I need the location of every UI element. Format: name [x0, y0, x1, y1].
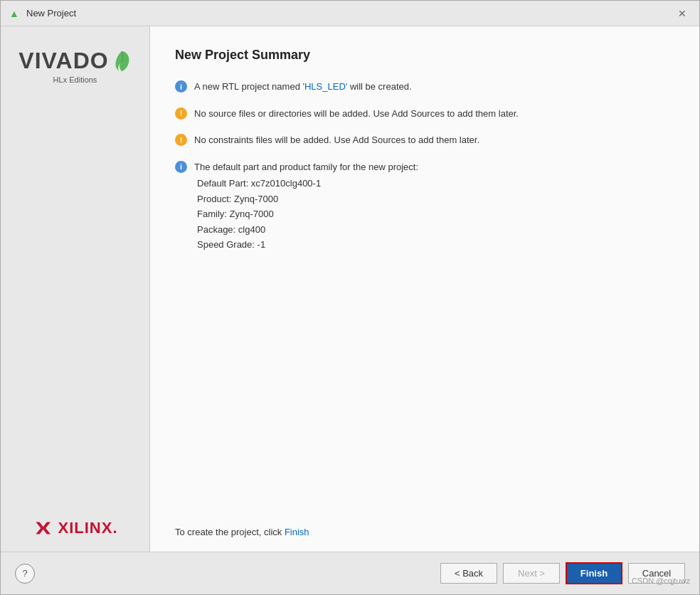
vivado-brand: VIVADO — [18, 48, 131, 74]
part-details: Default Part: xc7z010clg400-1 Product: Z… — [194, 177, 418, 252]
help-button[interactable]: ? — [15, 564, 35, 584]
summary-text-2: No source files or directories will be a… — [194, 107, 519, 121]
detail-speed-grade: Speed Grade: -1 — [194, 238, 418, 252]
vivado-logo: VIVADO HLx Editions — [18, 48, 131, 84]
dialog-body: VIVADO HLx Editions XILINX. — [1, 26, 699, 552]
summary-text-3: No constraints files will be added. Use … — [194, 133, 479, 147]
warning-icon-1: ! — [175, 107, 187, 120]
summary-text-4: The default part and product family for … — [194, 160, 418, 252]
summary-item-1: i A new RTL project named 'HLS_LED' will… — [175, 80, 674, 94]
vivado-subtitle: HLx Editions — [53, 75, 97, 84]
finish-button[interactable]: Finish — [566, 562, 622, 584]
app-icon: ▲ — [9, 8, 21, 19]
page-title: New Project Summary — [175, 48, 674, 63]
summary-item-4: i The default part and product family fo… — [175, 160, 674, 252]
detail-family: Family: Zynq-7000 — [194, 207, 418, 221]
detail-default-part: Default Part: xc7z010clg400-1 — [194, 177, 418, 191]
summary-items: i A new RTL project named 'HLS_LED' will… — [175, 80, 674, 512]
dialog-title: New Project — [26, 8, 76, 19]
info-icon-1: i — [175, 80, 187, 93]
summary-text-1: A new RTL project named 'HLS_LED' will b… — [194, 80, 412, 94]
sidebar: VIVADO HLx Editions XILINX. — [1, 26, 150, 552]
info-icon-2: i — [175, 161, 187, 173]
part-intro: The default part and product family for … — [194, 160, 418, 174]
close-button[interactable]: ✕ — [674, 6, 691, 21]
back-button[interactable]: < Back — [440, 563, 497, 584]
new-project-dialog: ▲ New Project ✕ VIVADO HLx Editions — [0, 0, 700, 595]
sidebar-logo-area: VIVADO HLx Editions — [18, 48, 131, 84]
xilinx-icon — [32, 520, 52, 537]
summary-item-3: ! No constraints files will be added. Us… — [175, 133, 674, 147]
xilinx-brand: XILINX. — [58, 519, 117, 537]
main-content: New Project Summary i A new RTL project … — [150, 26, 699, 552]
detail-product: Product: Zynq-7000 — [194, 192, 418, 206]
footer-message: To create the project, click Finish — [175, 512, 674, 537]
title-bar: ▲ New Project ✕ — [1, 1, 699, 26]
detail-package: Package: clg400 — [194, 223, 418, 237]
project-name-highlight: 'HLS_LED' — [302, 81, 347, 92]
vivado-leaf-icon — [112, 50, 132, 73]
vivado-name: VIVADO — [18, 48, 108, 74]
next-button[interactable]: Next > — [503, 563, 560, 584]
watermark: CSDN @cqjtuwz — [632, 576, 690, 585]
footer-text: To create the project, click — [175, 527, 285, 537]
summary-item-2: ! No source files or directories will be… — [175, 107, 674, 121]
xilinx-logo: XILINX. — [32, 519, 117, 537]
warning-icon-2: ! — [175, 134, 187, 146]
title-bar-left: ▲ New Project — [9, 8, 76, 19]
button-bar: ? < Back Next > Finish Cancel — [1, 552, 699, 594]
finish-link-text: Finish — [285, 527, 309, 537]
